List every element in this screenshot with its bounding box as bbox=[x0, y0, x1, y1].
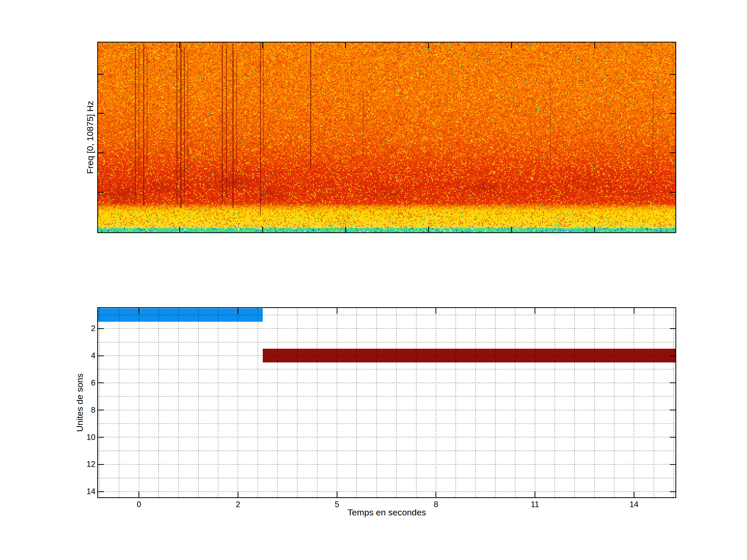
vertical-gridline bbox=[594, 308, 595, 497]
y-tick-mark bbox=[98, 74, 104, 75]
x-tick-mark bbox=[436, 491, 436, 497]
x-tick-mark bbox=[262, 226, 263, 232]
y-tick-mark bbox=[670, 153, 675, 153]
vertical-gridline bbox=[396, 308, 396, 497]
x-tick-mark bbox=[535, 308, 535, 314]
horizontal-gridline bbox=[98, 451, 675, 451]
bottom-x-axis-label: Temps en secondes bbox=[347, 508, 426, 517]
y-tick-mark bbox=[670, 464, 675, 465]
vertical-gridline bbox=[297, 308, 298, 497]
y-tick-label: 14 bbox=[87, 487, 96, 496]
x-tick-label: 2 bbox=[228, 500, 248, 509]
x-tick-mark bbox=[138, 308, 139, 314]
x-tick-mark bbox=[138, 491, 139, 497]
x-tick-mark bbox=[345, 226, 346, 232]
spectrogram-axes bbox=[97, 42, 676, 233]
y-tick-mark bbox=[670, 382, 675, 383]
x-tick-mark bbox=[337, 491, 337, 497]
x-tick-label: 0 bbox=[129, 500, 149, 509]
vertical-gridline bbox=[277, 308, 278, 497]
vertical-gridline bbox=[436, 308, 436, 497]
y-tick-label: 4 bbox=[91, 351, 96, 360]
x-tick-mark bbox=[634, 308, 635, 314]
horizontal-gridline bbox=[98, 396, 675, 397]
horizontal-gridline bbox=[98, 369, 675, 369]
bottom-y-axis-label: Unites de sons bbox=[75, 374, 84, 432]
x-tick-mark bbox=[428, 226, 429, 232]
vertical-gridline bbox=[337, 308, 337, 497]
y-tick-mark bbox=[98, 464, 104, 465]
vertical-gridline bbox=[495, 308, 496, 497]
y-tick-mark bbox=[98, 192, 104, 193]
x-tick-mark bbox=[594, 43, 595, 48]
x-tick-mark bbox=[428, 43, 429, 48]
horizontal-gridline bbox=[98, 464, 675, 464]
y-tick-mark bbox=[98, 410, 104, 410]
y-tick-mark bbox=[670, 328, 675, 329]
vertical-gridline bbox=[198, 308, 199, 497]
x-tick-mark bbox=[511, 226, 512, 232]
vertical-gridline bbox=[238, 308, 238, 497]
vertical-gridline bbox=[258, 308, 258, 497]
y-tick-mark bbox=[98, 153, 104, 153]
y-tick-mark bbox=[98, 328, 104, 329]
vertical-gridline bbox=[515, 308, 515, 497]
vertical-gridline bbox=[614, 308, 615, 497]
x-tick-label: 11 bbox=[524, 500, 545, 509]
y-tick-mark bbox=[670, 355, 675, 356]
vertical-gridline bbox=[376, 308, 377, 497]
y-tick-mark bbox=[670, 113, 675, 114]
x-tick-mark bbox=[238, 491, 238, 497]
horizontal-gridline bbox=[98, 355, 675, 356]
x-tick-label: 5 bbox=[327, 500, 347, 509]
y-tick-mark bbox=[98, 355, 104, 356]
vertical-gridline bbox=[119, 308, 119, 497]
x-tick-label: 14 bbox=[623, 500, 644, 509]
x-tick-mark bbox=[238, 308, 238, 314]
vertical-gridline bbox=[634, 308, 634, 497]
y-tick-label: 8 bbox=[91, 406, 96, 415]
y-tick-mark bbox=[670, 491, 675, 492]
vertical-gridline bbox=[218, 308, 218, 497]
horizontal-gridline bbox=[98, 342, 675, 343]
y-tick-label: 10 bbox=[87, 433, 96, 442]
y-tick-mark bbox=[670, 192, 675, 193]
x-tick-mark bbox=[179, 226, 180, 232]
horizontal-gridline bbox=[98, 383, 675, 383]
y-tick-mark bbox=[98, 113, 104, 114]
horizontal-gridline bbox=[98, 328, 675, 329]
x-tick-mark bbox=[594, 226, 595, 232]
y-tick-mark bbox=[98, 491, 104, 492]
vertical-gridline bbox=[178, 308, 179, 497]
x-tick-mark bbox=[436, 308, 436, 314]
vertical-gridline bbox=[139, 308, 139, 497]
y-tick-mark bbox=[98, 437, 104, 437]
x-tick-label: 8 bbox=[426, 500, 446, 509]
vertical-gridline bbox=[475, 308, 476, 497]
y-tick-mark bbox=[670, 74, 675, 75]
y-tick-label: 2 bbox=[91, 324, 96, 333]
horizontal-gridline bbox=[98, 491, 675, 492]
matlab-figure: Freq [0, 10875] Hz Unites de sons Temps … bbox=[0, 0, 747, 560]
vertical-gridline bbox=[317, 308, 317, 497]
top-y-axis-label: Freq [0, 10875] Hz bbox=[85, 101, 95, 174]
vertical-gridline bbox=[158, 308, 159, 497]
x-tick-mark bbox=[179, 43, 180, 48]
y-tick-mark bbox=[98, 382, 104, 383]
vertical-gridline bbox=[416, 308, 416, 497]
x-tick-mark bbox=[345, 43, 346, 48]
vertical-gridline bbox=[456, 308, 456, 497]
x-tick-mark bbox=[634, 491, 635, 497]
horizontal-gridline bbox=[98, 478, 675, 478]
vertical-gridline bbox=[574, 308, 575, 497]
vertical-gridline bbox=[654, 308, 654, 497]
vertical-gridline bbox=[99, 308, 100, 497]
vertical-gridline bbox=[673, 308, 674, 497]
sound-units-axes bbox=[97, 307, 676, 498]
horizontal-gridline bbox=[98, 437, 675, 437]
y-tick-label: 6 bbox=[91, 378, 96, 387]
x-tick-mark bbox=[511, 43, 512, 48]
y-tick-mark bbox=[670, 410, 675, 410]
x-tick-mark bbox=[262, 43, 263, 48]
horizontal-gridline bbox=[98, 410, 675, 410]
